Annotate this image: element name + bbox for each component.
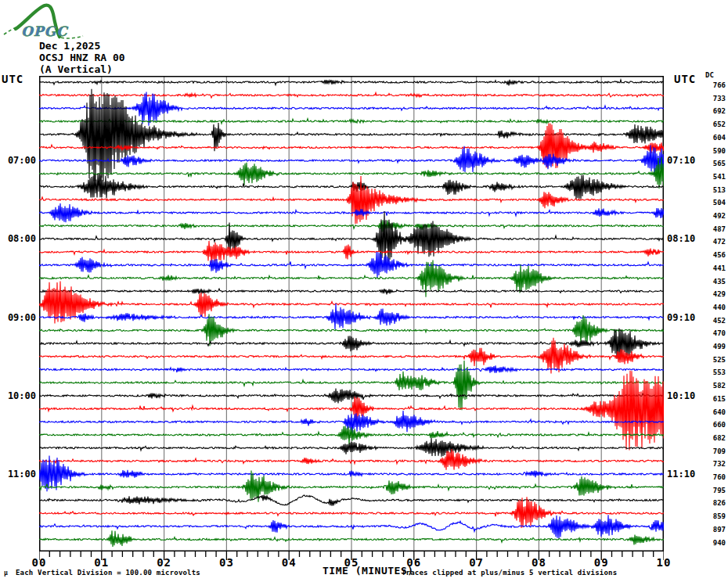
right-time-label: 10:10 (667, 390, 695, 401)
dc-offset-value: 472 (704, 238, 726, 246)
header-date: Dec 1,2025 (39, 40, 100, 52)
dc-offset-value: 470 (704, 329, 726, 338)
dc-offset-value: 682 (704, 434, 726, 443)
dc-offset-value: 553 (704, 368, 726, 377)
dc-offset-value: 590 (704, 147, 726, 156)
division-note: Each Vertical Division = 100.00 microvol… (16, 569, 200, 577)
dc-offset-value: 897 (704, 526, 726, 534)
opgc-logo: OPGC (2, 2, 96, 41)
x-tick-label: 00 (29, 556, 49, 569)
left-time-label: 07:00 (2, 155, 36, 166)
dc-offset-value: 859 (704, 512, 726, 521)
dc-offset-value: 733 (704, 95, 726, 103)
left-time-label: 10:00 (2, 390, 36, 401)
dc-offset-value: 541 (704, 173, 726, 181)
right-time-label: 09:10 (667, 312, 695, 323)
dc-offset-value: 709 (704, 447, 726, 456)
left-time-label: 08:00 (2, 233, 36, 244)
dc-offset-value: 429 (704, 290, 726, 299)
x-tick-label: 09 (591, 556, 611, 569)
header-component: (A Vertical) (39, 63, 113, 75)
right-time-label: 08:10 (667, 233, 695, 244)
mu-mark: µ (4, 569, 8, 577)
utc-right-label: UTC (674, 73, 696, 85)
x-tick-label: 02 (154, 556, 175, 569)
dc-offset-value: 604 (704, 134, 726, 142)
dc-offset-value: 440 (704, 304, 726, 312)
x-tick-label: 07 (467, 556, 487, 569)
dc-offset-value: 940 (704, 539, 726, 548)
dc-offset-value: 615 (704, 395, 726, 404)
dc-offset-value: 441 (704, 264, 726, 273)
dc-offset-value: 525 (704, 356, 726, 365)
x-tick-label: 10 (654, 556, 674, 569)
dc-offset-value: 652 (704, 120, 726, 129)
dc-offset-value: 826 (704, 499, 726, 508)
utc-left-label: UTC (2, 73, 23, 85)
clip-note: Traces clipped at plus/minus 5 vertical … (402, 569, 617, 577)
opgc-logo-text: OPGC (21, 23, 69, 39)
x-tick-label: 04 (279, 556, 299, 569)
left-time-label: 09:00 (2, 312, 36, 323)
x-axis-title: TIME (MINUTES) (323, 565, 414, 577)
dc-offset-value: 487 (704, 225, 726, 234)
left-time-label: 11:00 (2, 469, 36, 480)
helicorder-screen: OPGC Dec 1,2025 OCSJ HNZ RA 00 (A Vertic… (0, 0, 728, 582)
x-tick-label: 01 (92, 556, 112, 569)
right-time-label: 11:10 (667, 469, 695, 480)
dc-offset-value: 582 (704, 382, 726, 390)
dc-offset-value: 504 (704, 199, 726, 207)
dc-offset-value: 452 (704, 317, 726, 325)
dc-offset-value: 499 (704, 343, 726, 351)
dc-offset-value: 492 (704, 212, 726, 221)
x-tick-label: 08 (528, 556, 549, 569)
seismogram-plot (39, 76, 664, 562)
dc-offset-value: 513 (704, 186, 726, 195)
header-station: OCSJ HNZ RA 00 (39, 52, 125, 63)
dc-offset-value: 766 (704, 81, 726, 90)
dc-offset-value: 565 (704, 160, 726, 168)
dc-offset-value: 692 (704, 107, 726, 116)
dc-offset-value: 732 (704, 460, 726, 469)
dc-offset-value: 795 (704, 487, 726, 495)
dc-offset-value: 435 (704, 278, 726, 286)
x-tick-label: 03 (216, 556, 236, 569)
right-time-label: 07:10 (667, 155, 695, 166)
dc-offset-value: 640 (704, 408, 726, 417)
dc-offset-value: 456 (704, 251, 726, 260)
dc-offset-value: 760 (704, 473, 726, 482)
dc-header: DC (705, 71, 714, 79)
dc-offset-value: 660 (704, 421, 726, 429)
